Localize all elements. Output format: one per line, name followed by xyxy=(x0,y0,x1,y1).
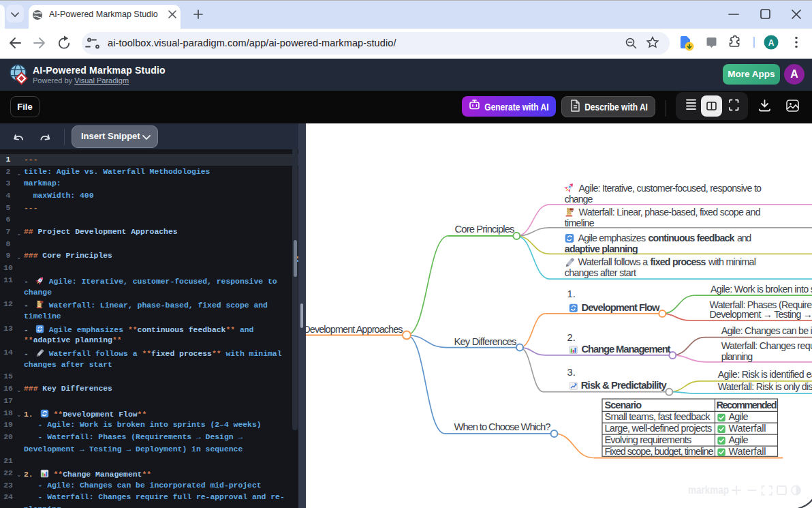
svg-text:adaptive planning: adaptive planning xyxy=(565,243,638,254)
svg-text:Waterfall: Changes require ful: Waterfall: Changes require full re- xyxy=(721,340,812,351)
svg-text:Agile: Iterative, customer-foc: Agile: Iterative, customer-focused, resp… xyxy=(579,183,762,194)
svg-text:timeline: timeline xyxy=(565,218,595,228)
svg-text:Waterfall: Linear, phase-based: Waterfall: Linear, phase-based, fixed sc… xyxy=(579,207,761,218)
svg-text:Project Development Approaches: Project Development Approaches xyxy=(306,324,403,335)
svg-text:Evolving requirements: Evolving requirements xyxy=(605,434,692,445)
svg-text:Generate with AI: Generate with AI xyxy=(484,102,548,113)
svg-text:Agile: Work is broken into spr: Agile: Work is broken into sprints (2–4 xyxy=(710,284,812,295)
svg-text:Waterfall: Waterfall xyxy=(729,446,766,457)
svg-text:Core Principles: Core Principles xyxy=(455,224,515,235)
svg-text:Waterfall: Risk is only discov: Waterfall: Risk is only discovered xyxy=(718,381,812,392)
svg-text:changes after start: changes after start xyxy=(565,267,636,278)
svg-text:fixed process: fixed process xyxy=(651,256,706,267)
svg-text:continuous feedback: continuous feedback xyxy=(649,233,735,243)
svg-text:Development → Testing → Deploy: Development → Testing → Deployment) xyxy=(710,309,812,320)
svg-text:markmap: markmap xyxy=(688,484,729,496)
svg-text:Waterfall: Waterfall xyxy=(729,423,766,434)
svg-text:Small teams, fast feedback: Small teams, fast feedback xyxy=(605,411,711,422)
svg-text:1.: 1. xyxy=(567,288,576,299)
svg-text:with minimal: with minimal xyxy=(708,256,756,267)
svg-text:Waterfall follows a: Waterfall follows a xyxy=(578,256,649,267)
svg-text:2.: 2. xyxy=(567,332,576,343)
svg-text:Large, well-defined projects: Large, well-defined projects xyxy=(605,423,713,434)
svg-text:When to Choose Which?: When to Choose Which? xyxy=(454,421,551,432)
svg-text:Scenario: Scenario xyxy=(605,400,642,410)
svg-text:Change Management: Change Management xyxy=(582,344,671,355)
svg-text:Risk & Predictability: Risk & Predictability xyxy=(581,380,668,391)
svg-text:and: and xyxy=(737,233,751,243)
svg-text:Agile: Risk is identified earl: Agile: Risk is identified early xyxy=(718,369,812,380)
svg-text:Agile: Changes can be incorpor: Agile: Changes can be incorporated xyxy=(721,325,812,336)
svg-text:planning: planning xyxy=(721,351,753,362)
svg-text:3.: 3. xyxy=(567,367,576,378)
svg-text:Describe with AI: Describe with AI xyxy=(584,102,648,113)
svg-text:Agile emphasizes: Agile emphasizes xyxy=(578,233,646,243)
svg-text:Agile: Agile xyxy=(729,411,749,422)
svg-text:change: change xyxy=(565,194,593,205)
svg-text:Fixed scope, budget, timeline: Fixed scope, budget, timeline xyxy=(605,446,714,457)
svg-text:Agile: Agile xyxy=(729,434,749,445)
svg-text:Recommended: Recommended xyxy=(717,400,777,410)
svg-text:A: A xyxy=(768,38,775,48)
svg-text:Development Flow: Development Flow xyxy=(582,302,660,313)
svg-text:Key Differences: Key Differences xyxy=(454,336,517,347)
